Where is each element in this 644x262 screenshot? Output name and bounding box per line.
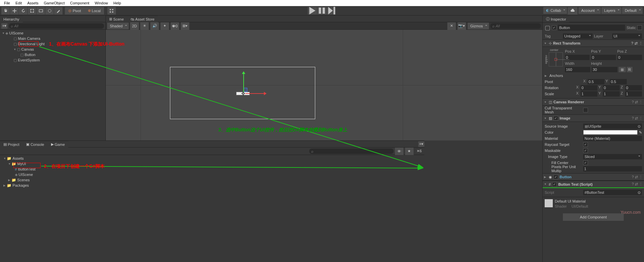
layers-dropdown[interactable]: Layers bbox=[601, 7, 621, 14]
menu-component[interactable]: Component bbox=[67, 1, 92, 5]
layer-dropdown[interactable]: UI bbox=[612, 33, 642, 39]
menu-gameobject[interactable]: GameObject bbox=[41, 1, 68, 5]
menu-help[interactable]: Help bbox=[110, 1, 124, 5]
audio-toggle[interactable]: 🔊 bbox=[150, 22, 159, 30]
scalex-field[interactable]: 1 bbox=[580, 91, 597, 97]
active-checkbox[interactable]: ✓ bbox=[552, 25, 556, 30]
account-dropdown[interactable]: Account bbox=[578, 7, 601, 14]
grid-toggle[interactable]: ⊞▾ bbox=[181, 22, 190, 30]
anchor-preset-button[interactable] bbox=[549, 52, 563, 67]
scenes-folder[interactable]: ▶📁 Scenes bbox=[1, 177, 423, 183]
pause-button[interactable] bbox=[317, 7, 327, 15]
fx-toggle[interactable]: ✦ bbox=[160, 22, 169, 30]
ppu-field[interactable]: 1 bbox=[583, 166, 642, 172]
help-icon[interactable]: ? bbox=[631, 41, 633, 46]
hierarchy-item-canvas[interactable]: ▼▢ Canvas bbox=[0, 47, 105, 52]
button-component-header[interactable]: ▶◉✓Button? ⇄ ⋮ bbox=[543, 173, 644, 181]
posy-field[interactable]: 0 bbox=[591, 55, 616, 60]
button-enable-checkbox[interactable]: ✓ bbox=[553, 175, 558, 179]
fill-center-checkbox[interactable]: ✓ bbox=[583, 160, 588, 165]
scale-tool[interactable] bbox=[28, 7, 36, 15]
script-component-header[interactable]: ▼#✓Button Test (Script)? ⇄ ⋮ bbox=[543, 181, 644, 188]
project-search[interactable] bbox=[309, 149, 394, 154]
2d-toggle[interactable]: 2D bbox=[130, 22, 139, 30]
cloud-button[interactable] bbox=[568, 7, 578, 15]
preset-icon[interactable]: ⇄ bbox=[635, 41, 638, 46]
hierarchy-tab[interactable]: Hierarchy bbox=[0, 16, 23, 22]
hierarchy-item-button[interactable]: ▢ Button bbox=[0, 52, 105, 57]
lighting-toggle[interactable]: ☀ bbox=[140, 22, 149, 30]
menu-icon[interactable]: ⋮ bbox=[639, 41, 643, 46]
roty-field[interactable]: 0 bbox=[603, 85, 620, 90]
add-component-button[interactable]: Add Component bbox=[563, 213, 624, 221]
scene-viewport[interactable]: ✥ bbox=[106, 30, 542, 140]
material-preview[interactable] bbox=[545, 199, 553, 207]
menu-file[interactable]: File bbox=[1, 1, 13, 5]
uiscene-asset[interactable]: ◈ UIScene bbox=[1, 172, 423, 177]
project-add-button[interactable]: +▾ bbox=[418, 141, 424, 147]
tools-icon[interactable]: ✕ bbox=[447, 22, 456, 30]
width-field[interactable]: 160 bbox=[565, 67, 590, 72]
raycast-checkbox[interactable]: ✓ bbox=[583, 142, 588, 147]
custom-tool[interactable] bbox=[54, 7, 63, 15]
scene-row[interactable]: ▼◈ UIScene bbox=[0, 30, 105, 36]
rect-transform-header[interactable]: ▼⊹ Rect Transform ? ⇄ ⋮ bbox=[543, 40, 644, 47]
packages-folder[interactable]: ▶📁 Packages bbox=[1, 183, 423, 188]
pivot-toggle[interactable]: ◎ Pivot bbox=[65, 7, 84, 15]
blueprint-mode[interactable]: ⊞ bbox=[619, 67, 626, 72]
menu-edit[interactable]: Edit bbox=[13, 1, 25, 5]
transform-tool[interactable] bbox=[45, 7, 54, 15]
hierarchy-item-camera[interactable]: ▢ Main Camera bbox=[0, 36, 105, 41]
scaley-field[interactable]: 1 bbox=[603, 91, 620, 97]
scene-search[interactable]: All bbox=[490, 23, 541, 29]
play-button[interactable] bbox=[308, 7, 317, 15]
console-tab[interactable]: ▣ Console bbox=[23, 141, 47, 148]
gizmo-x-axis[interactable] bbox=[245, 93, 266, 94]
assets-folder[interactable]: ▼📁 Assets bbox=[1, 156, 423, 161]
shading-dropdown[interactable]: Shaded bbox=[107, 23, 129, 29]
scene-tab[interactable]: ⊞ Scene bbox=[106, 16, 127, 22]
rotate-tool[interactable] bbox=[19, 7, 28, 15]
gizmo-y-axis[interactable] bbox=[243, 72, 244, 93]
posz-field[interactable]: 0 bbox=[617, 55, 642, 60]
cull-checkbox[interactable] bbox=[583, 108, 588, 112]
rotx-field[interactable]: 0 bbox=[580, 85, 597, 90]
rotz-field[interactable]: 0 bbox=[625, 85, 642, 90]
scalez-field[interactable]: 1 bbox=[625, 91, 642, 97]
hierarchy-search[interactable]: All bbox=[9, 23, 104, 29]
pivotx-field[interactable]: 0.5 bbox=[588, 79, 604, 84]
collab-dropdown[interactable]: ◐ Collab bbox=[543, 7, 567, 14]
tag-dropdown[interactable]: Untagged bbox=[563, 33, 593, 39]
step-button[interactable] bbox=[327, 7, 336, 15]
pivoty-field[interactable]: 0.5 bbox=[610, 79, 627, 84]
static-checkbox[interactable] bbox=[637, 25, 642, 30]
height-field[interactable]: 30 bbox=[592, 67, 617, 72]
image-type-dropdown[interactable]: Sliced bbox=[583, 154, 642, 159]
hierarchy-add-button[interactable]: +▾ bbox=[1, 23, 7, 29]
asset-store-tab[interactable]: 🛍 Asset Store bbox=[127, 16, 158, 22]
menu-assets[interactable]: Assets bbox=[25, 1, 41, 5]
image-enable-checkbox[interactable]: ✓ bbox=[553, 116, 558, 121]
hand-tool[interactable] bbox=[1, 7, 10, 15]
gizmos-dropdown[interactable]: Gizmos bbox=[468, 23, 489, 29]
project-tab[interactable]: ▤ Project bbox=[0, 141, 23, 148]
color-field[interactable] bbox=[583, 130, 638, 135]
hierarchy-item-eventsystem[interactable]: ▢ EventSystem bbox=[0, 57, 105, 63]
camera-icon[interactable]: 📷▾ bbox=[457, 22, 466, 30]
game-tab[interactable]: ▶ Game bbox=[48, 141, 68, 148]
hidden-toggle[interactable]: ◉0 bbox=[171, 22, 179, 30]
move-tool[interactable] bbox=[10, 7, 19, 15]
inspector-tab[interactable]: ⓘ Inspector bbox=[543, 16, 569, 22]
snap-toggle[interactable] bbox=[107, 7, 116, 15]
maskable-checkbox[interactable]: ✓ bbox=[583, 148, 588, 153]
image-header[interactable]: ▼▨✓Image? ⇄ ⋮ bbox=[543, 114, 644, 122]
gameobject-name-field[interactable]: Button bbox=[558, 25, 625, 31]
canvas-renderer-header[interactable]: ▼◫Canvas Renderer? ⇄ ⋮ bbox=[543, 98, 644, 106]
filter-icon[interactable]: 👁 bbox=[395, 148, 404, 155]
material-field[interactable]: None (Material) bbox=[583, 136, 642, 141]
menu-window[interactable]: Window bbox=[92, 1, 110, 5]
script-enable-checkbox[interactable]: ✓ bbox=[552, 182, 557, 187]
raw-edit-mode[interactable]: R bbox=[627, 67, 633, 72]
favorite-icon[interactable]: ★ bbox=[405, 148, 414, 155]
script-field[interactable]: #ButtonTest⊙ bbox=[583, 190, 642, 195]
